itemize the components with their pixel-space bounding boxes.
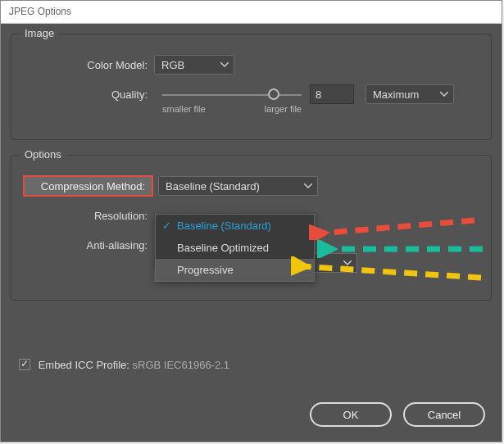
- embed-icc-value: sRGB IEC61966-2.1: [133, 359, 230, 371]
- ok-label: OK: [343, 409, 359, 421]
- ok-button[interactable]: OK: [310, 402, 392, 427]
- quality-label: Quality:: [23, 88, 154, 101]
- dropdown-item-baseline-standard[interactable]: ✓ Baseline (Standard): [156, 215, 314, 237]
- embed-icc-row: Embed ICC Profile: sRGB IEC61966-2.1: [19, 357, 229, 371]
- quality-preset-value: Maximum: [373, 88, 419, 101]
- quality-row: Quality: smaller file larger file 8 Maxi…: [23, 84, 479, 105]
- dialog-footer: OK Cancel: [310, 402, 485, 427]
- cancel-label: Cancel: [428, 409, 461, 421]
- dd-label-0: Baseline (Standard): [177, 220, 271, 232]
- chevron-down-icon: [343, 261, 352, 265]
- color-model-value: RGB: [161, 59, 184, 71]
- anti-aliasing-label: Anti-aliasing:: [23, 239, 154, 251]
- image-group: Image Color Model: RGB Quality: smaller …: [11, 34, 492, 140]
- chevron-down-icon: [304, 183, 312, 188]
- slider-track: [162, 94, 302, 96]
- chevron-down-icon: [440, 92, 448, 97]
- resolution-label: Resolution:: [23, 210, 154, 222]
- quality-slider[interactable]: smaller file larger file: [162, 84, 302, 104]
- quality-value: 8: [316, 88, 321, 101]
- slider-thumb[interactable]: [268, 88, 279, 100]
- color-model-label: Color Model:: [23, 59, 154, 71]
- chevron-down-icon: [220, 62, 229, 67]
- dialog-titlebar[interactable]: JPEG Options: [1, 1, 502, 24]
- dropdown-item-baseline-optimized[interactable]: Baseline Optimized: [156, 237, 314, 259]
- dialog-title: JPEG Options: [9, 6, 71, 17]
- quality-preset-select[interactable]: Maximum: [366, 84, 454, 104]
- compression-label: Compression Method:: [41, 180, 145, 193]
- compression-select[interactable]: Baseline (Standard): [158, 176, 318, 196]
- larger-file-label: larger file: [265, 104, 302, 114]
- jpeg-options-dialog: JPEG Options Image Color Model: RGB Qual…: [0, 0, 502, 442]
- smaller-file-label: smaller file: [162, 104, 206, 114]
- compression-value: Baseline (Standard): [166, 180, 260, 193]
- compression-dropdown-open[interactable]: ✓ Baseline (Standard) Baseline Optimized…: [155, 214, 315, 282]
- embed-icc-checkbox[interactable]: [19, 359, 30, 370]
- color-model-row: Color Model: RGB: [23, 54, 479, 75]
- dialog-body: Image Color Model: RGB Quality: smaller …: [1, 24, 502, 442]
- compression-label-highlighted: Compression Method:: [23, 175, 153, 197]
- embed-icc-label: Embed ICC Profile:: [39, 359, 129, 371]
- dd-label-2: Progressive: [177, 264, 234, 276]
- compression-row: Compression Method: Baseline (Standard): [23, 175, 479, 197]
- check-icon: ✓: [162, 220, 171, 232]
- options-group-label: Options: [20, 148, 66, 161]
- dropdown-item-progressive[interactable]: Progressive: [156, 259, 314, 281]
- image-group-label: Image: [20, 27, 59, 39]
- quality-input[interactable]: 8: [310, 84, 354, 104]
- cancel-button[interactable]: Cancel: [403, 402, 485, 427]
- dd-label-1: Baseline Optimized: [177, 242, 269, 254]
- color-model-select[interactable]: RGB: [154, 55, 234, 75]
